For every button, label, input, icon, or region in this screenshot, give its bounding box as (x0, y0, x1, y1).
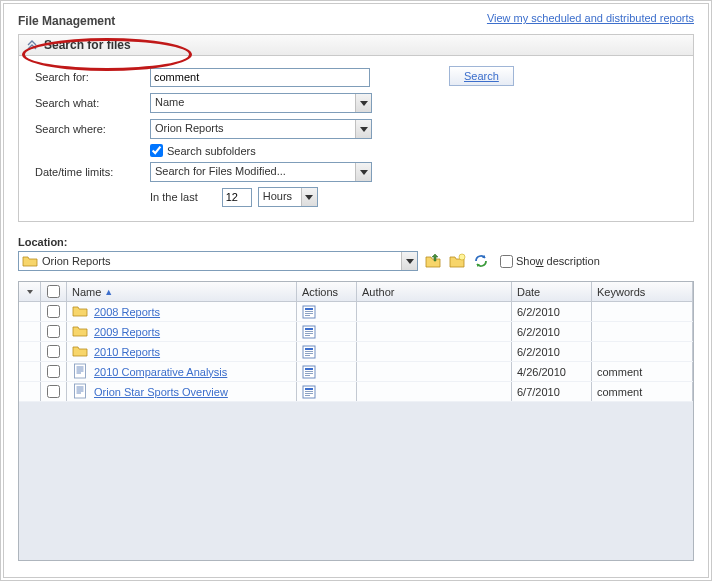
row-name-link[interactable]: Orion Star Sports Overview (94, 386, 228, 398)
location-label: Location: (18, 236, 694, 248)
folder-icon (72, 303, 94, 321)
row-actions[interactable] (297, 302, 357, 321)
row-date: 4/26/2010 (512, 362, 592, 381)
row-menu (19, 382, 41, 401)
svg-rect-24 (305, 373, 313, 374)
svg-rect-23 (305, 371, 313, 372)
in-the-last-input[interactable] (222, 188, 252, 207)
column-date[interactable]: Date (512, 282, 592, 301)
svg-rect-35 (305, 395, 310, 396)
table-row: Orion Star Sports Overview6/7/2010commen… (19, 382, 693, 402)
row-keywords: comment (592, 382, 693, 401)
column-keywords[interactable]: Keywords (592, 282, 693, 301)
collapse-icon (25, 39, 38, 51)
date-time-select[interactable]: Search for Files Modified... (150, 162, 372, 182)
row-keywords: comment (592, 362, 693, 381)
row-menu (19, 302, 41, 321)
table-row: 2008 Reports6/2/2010 (19, 302, 693, 322)
row-date: 6/2/2010 (512, 342, 592, 361)
search-subfolders-label: Search subfolders (167, 145, 256, 157)
row-checkbox[interactable] (47, 365, 60, 378)
svg-rect-33 (305, 391, 313, 392)
row-name-cell: 2009 Reports (67, 322, 297, 341)
row-menu (19, 362, 41, 381)
svg-rect-8 (305, 331, 313, 332)
row-menu (19, 322, 41, 341)
row-name-link[interactable]: 2010 Reports (94, 346, 160, 358)
row-name-cell: Orion Star Sports Overview (67, 382, 297, 401)
row-checkbox-cell (41, 322, 67, 341)
search-what-select[interactable]: Name (150, 93, 372, 113)
grid-body: 2008 Reports6/2/20102009 Reports6/2/2010… (19, 302, 693, 560)
row-name-link[interactable]: 2009 Reports (94, 326, 160, 338)
folder-icon (22, 254, 38, 268)
row-name-link[interactable]: 2010 Comparative Analysis (94, 366, 227, 378)
search-panel-header[interactable]: Search for files (19, 35, 693, 56)
row-checkbox[interactable] (47, 385, 60, 398)
row-checkbox[interactable] (47, 325, 60, 338)
search-panel-title: Search for files (44, 38, 131, 52)
row-checkbox-cell (41, 362, 67, 381)
row-name-link[interactable]: 2008 Reports (94, 306, 160, 318)
column-select-all[interactable] (41, 282, 67, 301)
location-select[interactable]: Orion Reports (18, 251, 418, 271)
svg-rect-25 (305, 375, 310, 376)
row-actions[interactable] (297, 342, 357, 361)
row-actions[interactable] (297, 382, 357, 401)
svg-rect-9 (305, 333, 313, 334)
folder-icon (72, 323, 94, 341)
svg-rect-13 (305, 351, 313, 352)
date-time-label: Date/time limits: (35, 166, 150, 178)
column-author[interactable]: Author (357, 282, 512, 301)
svg-point-0 (459, 254, 465, 260)
table-row: 2010 Comparative Analysis4/26/2010commen… (19, 362, 693, 382)
show-description-label: Show description (516, 255, 600, 267)
svg-rect-12 (305, 348, 313, 350)
chevron-down-icon (355, 163, 371, 181)
row-checkbox-cell (41, 342, 67, 361)
refresh-button[interactable] (472, 252, 490, 270)
row-checkbox-cell (41, 382, 67, 401)
svg-rect-14 (305, 353, 313, 354)
search-subfolders-checkbox[interactable] (150, 144, 163, 157)
search-what-label: Search what: (35, 97, 150, 109)
in-the-last-unit-select[interactable]: Hours (258, 187, 318, 207)
svg-rect-5 (305, 315, 310, 316)
table-row: 2010 Reports6/2/2010 (19, 342, 693, 362)
svg-rect-34 (305, 393, 313, 394)
select-all-checkbox[interactable] (47, 285, 60, 298)
header: File Management View my scheduled and di… (18, 12, 694, 28)
search-where-label: Search where: (35, 123, 150, 135)
row-author (357, 382, 512, 401)
column-actions[interactable]: Actions (297, 282, 357, 301)
chevron-down-icon (301, 188, 317, 206)
column-name[interactable]: Name▲ (67, 282, 297, 301)
show-description-checkbox[interactable] (500, 255, 513, 268)
row-date: 6/2/2010 (512, 302, 592, 321)
svg-rect-10 (305, 335, 310, 336)
svg-rect-3 (305, 311, 313, 312)
row-author (357, 362, 512, 381)
row-date: 6/2/2010 (512, 322, 592, 341)
chevron-down-icon (401, 252, 417, 270)
row-checkbox[interactable] (47, 305, 60, 318)
column-menu[interactable] (19, 282, 41, 301)
up-folder-button[interactable] (424, 252, 442, 270)
search-body: Search for: Search what: Name Search whe… (19, 56, 693, 221)
svg-rect-22 (305, 368, 313, 370)
search-where-select[interactable]: Orion Reports (150, 119, 372, 139)
svg-rect-15 (305, 355, 310, 356)
document-icon (72, 383, 94, 401)
row-actions[interactable] (297, 362, 357, 381)
search-panel: Search for files Search for: Search what… (18, 34, 694, 222)
new-folder-button[interactable] (448, 252, 466, 270)
row-checkbox-cell (41, 302, 67, 321)
page-title: File Management (18, 14, 115, 28)
search-for-input[interactable] (150, 68, 370, 87)
row-actions[interactable] (297, 322, 357, 341)
svg-rect-7 (305, 328, 313, 330)
row-checkbox[interactable] (47, 345, 60, 358)
file-grid: Name▲ Actions Author Date Keywords 2008 … (18, 281, 694, 561)
search-button[interactable]: Search (449, 66, 514, 86)
scheduled-reports-link[interactable]: View my scheduled and distributed report… (487, 12, 694, 24)
